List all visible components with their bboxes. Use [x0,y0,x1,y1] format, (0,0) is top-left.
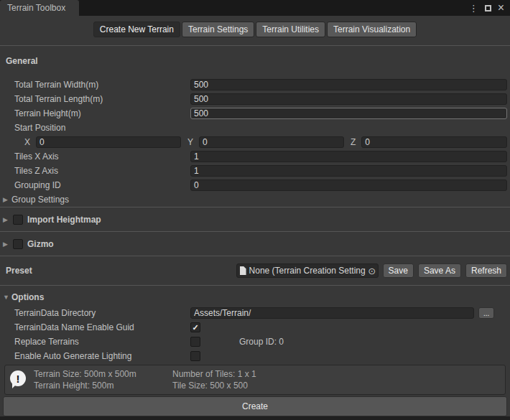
name-enable-guid-label: TerrainData Name Enable Guid [0,322,190,332]
terrain-height-row: Terrain Height(m) [0,106,510,121]
preset-object-value: None (Terrain Creation Setting [249,266,366,276]
gizmo-label: Gizmo [27,239,54,249]
total-terrain-width-row: Total Terrain Width(m) [0,78,510,92]
replace-terrains-checkbox[interactable] [190,337,200,347]
preset-object-field[interactable]: None (Terrain Creation Setting ⊙ [236,263,379,278]
tab-group: Create New Terrain Terrain Settings Terr… [93,22,417,37]
start-position-z-input[interactable] [361,136,507,148]
total-terrain-length-row: Total Terrain Length(m) [0,92,510,106]
maximize-icon[interactable] [485,5,491,11]
options-foldout[interactable]: ▼ Options [3,291,510,303]
foldout-arrow-icon: ▶ [3,196,11,203]
info-column-left: Terrain Size: 500m x 500m Terrain Height… [34,369,172,391]
toolbar: Create New Terrain Terrain Settings Terr… [0,16,510,45]
terrain-height-input[interactable] [190,108,507,119]
foldout-arrow-icon: ▼ [3,294,11,301]
total-terrain-width-label: Total Terrain Width(m) [0,80,190,90]
terraindata-directory-input[interactable] [190,307,474,319]
tab-label: Create New Terrain [100,24,174,34]
create-button[interactable]: Create [3,396,507,416]
terrain-info-box: ! Terrain Size: 500m x 500m Terrain Heig… [4,365,506,395]
grouping-id-input[interactable] [190,179,507,191]
window-tab-terrain-toolbox[interactable]: Terrain Toolbox [0,0,79,16]
tab-label: Terrain Utilities [262,24,319,34]
terraindata-directory-row: TerrainData Directory ... [0,306,510,320]
total-terrain-length-label: Total Terrain Length(m) [0,94,190,104]
window-bottom-edge [0,416,510,420]
object-picker-icon[interactable]: ⊙ [366,263,378,278]
import-heightmap-label: Import Heightmap [27,215,101,225]
titlebar-icons: ⋮ × [469,0,510,16]
import-heightmap-section[interactable]: ▶ Import Heightmap [0,207,510,231]
replace-terrains-row: Replace Terrains Group ID: 0 [0,335,510,349]
tab-label: Terrain Visualization [333,24,410,34]
group-id-text: Group ID: 0 [239,337,284,347]
total-terrain-length-input[interactable] [190,93,507,105]
import-heightmap-checkbox[interactable] [13,215,23,225]
preset-label: Preset [6,266,32,276]
tiles-z-axis-input[interactable] [190,165,507,177]
tiles-x-axis-input[interactable] [190,151,507,162]
tab-create-new-terrain[interactable]: Create New Terrain [93,22,180,37]
start-position-x-input[interactable] [36,136,181,148]
info-column-right: Number of Tiles: 1 x 1 Tile Size: 500 x … [172,369,256,391]
name-enable-guid-row: TerrainData Name Enable Guid ✓ [0,320,510,335]
auto-generate-lighting-row: Enable Auto Generate Lighting [0,349,510,363]
general-header: General [6,55,510,67]
tile-size-text: Tile Size: 500 x 500 [172,381,256,391]
foldout-arrow-icon: ▶ [3,216,11,223]
tab-terrain-utilities[interactable]: Terrain Utilities [256,22,325,37]
start-position-y-input[interactable] [199,136,344,148]
tab-terrain-settings[interactable]: Terrain Settings [182,22,254,37]
save-button[interactable]: Save [383,263,414,278]
z-axis-label: Z [351,137,356,147]
title-bar: Terrain Toolbox ⋮ × [0,0,510,16]
terrain-toolbox-window: Terrain Toolbox ⋮ × Create New Terrain T… [0,0,510,420]
auto-generate-lighting-label: Enable Auto Generate Lighting [0,351,190,361]
tiles-x-axis-label: Tiles X Axis [0,151,190,162]
tab-label: Terrain Settings [188,24,248,34]
terraindata-directory-label: TerrainData Directory [0,308,190,318]
kebab-menu-icon[interactable]: ⋮ [469,4,478,13]
tiles-x-axis-row: Tiles X Axis [0,149,510,164]
refresh-button[interactable]: Refresh [465,263,507,278]
tiles-z-axis-row: Tiles Z Axis [0,164,510,178]
foldout-arrow-icon: ▶ [3,241,11,248]
window-title: Terrain Toolbox [7,3,65,13]
gizmo-checkbox[interactable] [13,239,23,249]
name-enable-guid-checkbox[interactable]: ✓ [190,322,200,332]
x-axis-label: X [24,137,30,147]
start-position-xyz-row: X Y Z [0,135,510,149]
info-icon: ! [10,370,27,389]
start-position-row: Start Position [0,121,510,135]
terrain-size-text: Terrain Size: 500m x 500m [34,369,172,379]
preset-row: Preset None (Terrain Creation Setting ⊙ … [0,256,510,285]
auto-generate-lighting-checkbox[interactable] [190,351,200,361]
general-section: General Total Terrain Width(m) Total Ter… [0,45,510,207]
terrain-height-text: Terrain Height: 500m [34,381,172,391]
terrain-height-label: Terrain Height(m) [0,108,190,118]
tab-terrain-visualization[interactable]: Terrain Visualization [327,22,417,37]
gizmo-section[interactable]: ▶ Gizmo [0,231,510,256]
browse-button[interactable]: ... [478,307,494,319]
document-icon [240,266,246,275]
options-section: ▼ Options TerrainData Directory ... Terr… [0,285,510,363]
save-as-button[interactable]: Save As [418,263,461,278]
y-axis-label: Y [187,137,193,147]
start-position-label: Start Position [0,123,190,133]
group-settings-foldout[interactable]: ▶ Group Settings [0,192,510,207]
group-settings-label: Group Settings [11,195,69,205]
tiles-z-axis-label: Tiles Z Axis [0,166,190,176]
grouping-id-label: Grouping ID [0,180,190,190]
replace-terrains-label: Replace Terrains [0,337,190,347]
total-terrain-width-input[interactable] [190,79,507,90]
number-of-tiles-text: Number of Tiles: 1 x 1 [172,369,256,379]
options-header-label: Options [11,292,44,302]
grouping-id-row: Grouping ID [0,178,510,192]
close-icon[interactable]: × [498,2,504,14]
